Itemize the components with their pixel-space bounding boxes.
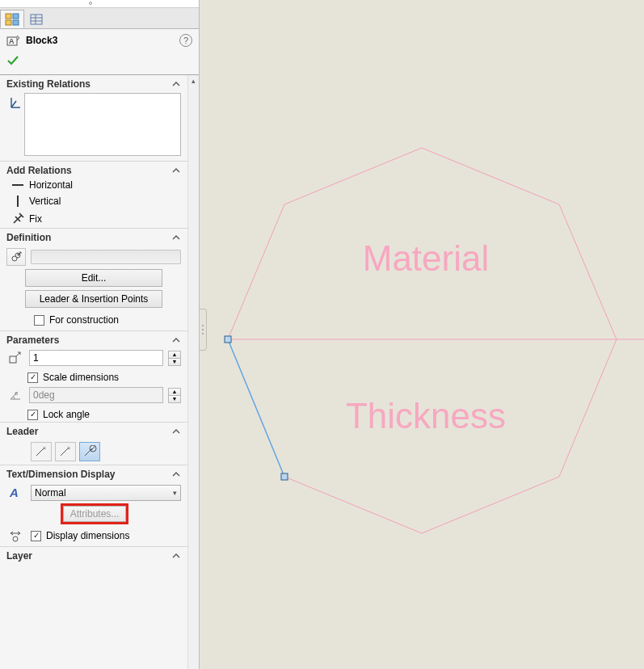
scale-icon (6, 351, 24, 364)
endpoint-handle[interactable] (281, 473, 288, 480)
svg-text:a: a (15, 390, 18, 396)
svg-text:A: A (9, 486, 19, 499)
svg-point-32 (13, 536, 18, 541)
panel-vertical-scrollbar[interactable]: ▴ (187, 75, 199, 669)
panel-scroll-content: Existing Relations Add Relations Hori (0, 75, 187, 563)
add-relation-vertical[interactable]: Vertical (0, 192, 187, 210)
svg-line-27 (85, 448, 92, 456)
relation-label: Fix (29, 213, 42, 225)
existing-relations-list[interactable] (24, 93, 181, 156)
drawing-canvas[interactable]: Material Thickness (200, 0, 644, 669)
svg-rect-3 (13, 20, 19, 25)
svg-text:×: × (67, 445, 70, 451)
relation-label: Vertical (29, 196, 61, 207)
angle-spinner[interactable]: ▲▼ (168, 388, 181, 403)
panel-tab-bar (0, 8, 199, 29)
label-thickness[interactable]: Thickness (346, 396, 506, 435)
horizontal-icon (6, 179, 29, 191)
add-relation-fix[interactable]: Fix (0, 210, 187, 228)
endpoint-handle[interactable] (225, 336, 231, 343)
relations-icon (6, 93, 24, 109)
svg-line-29 (90, 446, 95, 451)
scale-dimensions-label: Scale dimensions (43, 372, 119, 383)
property-manager-panel: A Block3 ? Existing Relations (0, 0, 200, 669)
help-button[interactable]: ? (179, 34, 192, 47)
confirm-row (0, 52, 199, 74)
for-construction-label: For construction (49, 314, 119, 326)
panel-header: A Block3 ? (0, 29, 199, 52)
for-construction-checkbox[interactable] (34, 315, 44, 326)
block-icon: A (6, 34, 21, 47)
section-text-dimension-display: Text/Dimension Display (0, 465, 187, 482)
section-parameters: Parameters (0, 331, 187, 347)
feature-manager-tab[interactable] (0, 10, 24, 28)
edit-button[interactable]: Edit... (25, 269, 162, 287)
display-dimensions-checkbox[interactable] (31, 531, 41, 541)
block-name: Block3 (26, 35, 179, 46)
svg-rect-2 (13, 14, 19, 19)
svg-rect-21 (10, 356, 16, 363)
text-display-icon: A (6, 486, 24, 500)
svg-rect-1 (6, 20, 11, 25)
svg-rect-4 (31, 15, 42, 24)
lock-angle-label: Lock angle (43, 409, 90, 420)
panel-expand-gutter[interactable] (200, 309, 207, 351)
scroll-up-arrow[interactable]: ▴ (188, 75, 199, 86)
svg-text:×: × (43, 445, 46, 451)
label-material[interactable]: Material (363, 238, 490, 278)
property-tab[interactable] (24, 10, 48, 28)
leader-insertion-points-button[interactable]: Leader & Insertion Points (25, 290, 162, 308)
relation-label: Horizontal (29, 179, 73, 191)
mini-tab-row (0, 0, 199, 8)
svg-rect-0 (6, 14, 11, 19)
lock-angle-checkbox[interactable] (27, 410, 38, 420)
section-definition: Definition (0, 229, 187, 245)
ok-check-icon[interactable] (6, 54, 19, 67)
scale-input[interactable]: 1 (29, 350, 163, 366)
scale-dimensions-checkbox[interactable] (27, 372, 38, 383)
definition-path-field (31, 250, 181, 264)
add-relation-horizontal[interactable]: Horizontal (0, 178, 187, 192)
display-dimensions-icon (6, 528, 24, 543)
angle-input: 0deg (29, 387, 163, 403)
leader-style-none[interactable] (79, 442, 100, 461)
collapse-layer[interactable] (171, 551, 181, 561)
collapse-leader[interactable] (171, 427, 181, 436)
leader-style-1[interactable]: × (31, 442, 52, 461)
collapse-add-relations[interactable] (171, 166, 181, 175)
text-display-select[interactable]: Normal▾ (31, 485, 181, 501)
section-add-relations: Add Relations (0, 162, 187, 178)
section-leader: Leader (0, 423, 187, 439)
vertical-icon (6, 194, 29, 208)
link-definition-button[interactable] (6, 248, 26, 266)
leader-style-2[interactable]: × (55, 442, 76, 461)
collapse-existing-relations[interactable] (171, 79, 181, 89)
collapse-tdd[interactable] (171, 469, 181, 479)
sketch-graphics: Material Thickness (200, 0, 644, 669)
collapse-definition[interactable] (171, 233, 181, 242)
scale-spinner[interactable]: ▲▼ (168, 351, 181, 366)
section-layer: Layer (0, 547, 187, 563)
svg-line-12 (11, 101, 16, 107)
display-dimensions-label: Display dimensions (46, 530, 129, 541)
svg-text:A: A (9, 37, 15, 45)
selected-edge[interactable] (228, 339, 284, 477)
fix-icon (6, 212, 29, 226)
section-existing-relations: Existing Relations (0, 75, 187, 91)
tab-pin-dot (89, 2, 92, 5)
angle-icon: a (6, 389, 24, 402)
attributes-button[interactable]: Attributes... (63, 506, 126, 522)
collapse-parameters[interactable] (171, 335, 181, 345)
